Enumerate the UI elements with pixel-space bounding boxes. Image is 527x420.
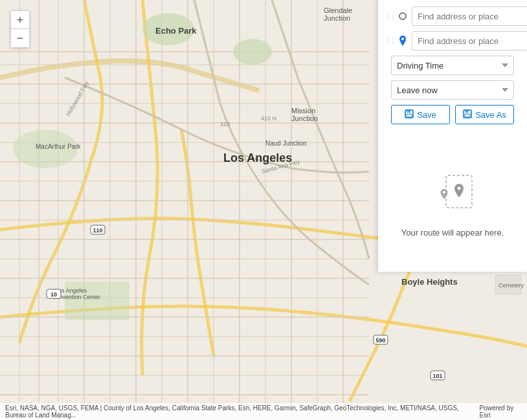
leave-now-select[interactable]: Leave now Depart at Arrive by [391, 80, 514, 100]
driving-time-row: Driving Time Driving Distance Walking Ti… [391, 56, 514, 75]
svg-text:10: 10 [50, 291, 57, 298]
map-container: Echo Park Los Angeles Mission Junction N… [0, 0, 527, 420]
to-drag-handle: ⋮⋮ [385, 38, 395, 45]
svg-point-71 [458, 186, 461, 190]
svg-text:590: 590 [376, 337, 385, 344]
to-input-row: ⋮⋮ ⇅ [385, 31, 521, 50]
svg-rect-65 [407, 110, 410, 113]
svg-text:101: 101 [432, 373, 442, 379]
svg-text:Boyle Heights: Boyle Heights [401, 277, 458, 287]
from-input[interactable] [412, 6, 527, 26]
from-drag-handle: ⋮⋮ [385, 13, 395, 20]
svg-text:410 N: 410 N [261, 115, 276, 122]
to-icon [398, 36, 408, 46]
svg-rect-68 [465, 110, 469, 113]
zoom-controls: + − [10, 10, 30, 48]
route-inputs-container: ⋮⋮ ⋮⋮ ⇅ [378, 0, 527, 131]
driving-time-select[interactable]: Driving Time Driving Distance Walking Ti… [391, 56, 514, 75]
pin-icon [399, 36, 407, 46]
zoom-in-button[interactable]: + [11, 11, 29, 29]
route-panel: ⋮⋮ ⋮⋮ ⇅ [378, 0, 527, 272]
svg-text:310: 310 [220, 121, 230, 127]
from-icon [398, 11, 408, 21]
circle-marker-icon [399, 12, 407, 20]
svg-text:Glendale: Glendale [324, 6, 352, 14]
route-placeholder: Your route will appear here. [378, 131, 527, 272]
route-illustration-svg [427, 166, 478, 217]
svg-point-63 [401, 38, 404, 40]
leave-now-row: Leave now Depart at Arrive by [391, 80, 514, 100]
action-buttons-container: Save Save As [391, 105, 514, 124]
svg-text:Naud Junction: Naud Junction [265, 140, 307, 147]
svg-text:Echo Park: Echo Park [155, 26, 197, 36]
svg-text:Cemetery: Cemetery [499, 282, 524, 289]
svg-rect-69 [465, 114, 470, 117]
attribution-left: Esri, NASA, NGA, USGS, FEMA | County of … [5, 404, 479, 419]
svg-text:Junction: Junction [324, 14, 350, 22]
route-message: Your route will appear here. [401, 228, 504, 238]
svg-text:110: 110 [93, 227, 102, 234]
save-floppy-icon [405, 109, 414, 118]
save-icon [405, 109, 414, 120]
attribution-right: Powered by Esri [479, 404, 522, 419]
save-as-button[interactable]: Save As [455, 105, 514, 124]
save-label: Save [417, 110, 436, 120]
svg-text:Mission: Mission [291, 107, 315, 115]
zoom-out-button[interactable]: − [11, 29, 29, 47]
svg-point-72 [443, 191, 445, 193]
save-as-icon [463, 109, 472, 120]
to-input[interactable] [412, 31, 527, 50]
svg-text:Junction: Junction [291, 115, 318, 122]
save-as-label: Save As [475, 110, 506, 120]
svg-point-35 [233, 39, 272, 65]
svg-text:MacArthur Park: MacArthur Park [36, 143, 81, 150]
svg-rect-66 [407, 114, 412, 117]
save-button[interactable]: Save [391, 105, 450, 124]
from-input-row: ⋮⋮ [385, 6, 521, 26]
attribution-bar: Esri, NASA, NGA, USGS, FEMA | County of … [0, 403, 527, 420]
save-as-floppy-icon [463, 109, 472, 118]
